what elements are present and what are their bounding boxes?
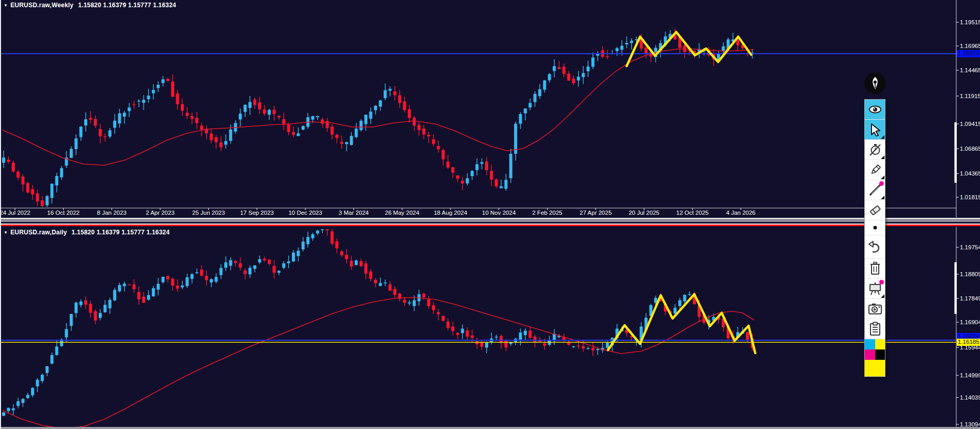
- time-axis-label: 20 Jul 2025: [629, 210, 659, 216]
- timer-tool-button[interactable]: [865, 140, 885, 160]
- price-axis-label: 1.09415: [960, 121, 980, 127]
- time-axis-label: 25 Jun 2023: [192, 210, 225, 216]
- time-axis-label: 10 Dec 2023: [288, 210, 322, 216]
- palette-magenta[interactable]: [865, 349, 875, 360]
- symbol-timeframe-label: EURUSD.raw,Daily: [10, 229, 67, 236]
- palette-cyan[interactable]: [865, 339, 875, 349]
- candles-group: [2, 229, 754, 416]
- price-axis-label: 1.16965: [960, 43, 980, 49]
- zigzag-drawing[interactable]: [608, 294, 755, 353]
- price-axis-label: 1.19754: [960, 244, 980, 250]
- annotation-toolbar[interactable]: [864, 72, 888, 377]
- time-axis-label: 27 Apr 2025: [580, 210, 612, 216]
- current-color-swatch[interactable]: [865, 360, 885, 376]
- clear-all-button[interactable]: [865, 259, 885, 279]
- stopwatch-disabled-icon: [868, 143, 882, 156]
- time-axis-label: 12 Oct 2025: [676, 210, 709, 216]
- trading-terminal-window: ▼EURUSD.raw,Weekly1.15820 1.16379 1.1577…: [0, 0, 980, 429]
- weekly-chart-pane[interactable]: ▼EURUSD.raw,Weekly1.15820 1.16379 1.1577…: [1, 0, 980, 217]
- daily-chart-canvas[interactable]: [1, 227, 980, 429]
- price-axis-label: 1.11915: [960, 93, 980, 99]
- whiteboard-button[interactable]: [865, 279, 885, 299]
- price-axis-label: 1.14999: [960, 372, 980, 378]
- collapse-triangle-icon[interactable]: ▼: [4, 3, 8, 8]
- time-axis-label: 26 May 2024: [385, 210, 419, 216]
- axis-scale-grip[interactable]: [955, 122, 957, 183]
- time-axis-label: 18 Aug 2024: [434, 210, 468, 216]
- screenshot-button[interactable]: [865, 299, 885, 319]
- symbol-timeframe-label: EURUSD.raw,Weekly: [10, 2, 73, 9]
- tool-option-dot: [879, 280, 884, 284]
- price-axis-label: 1.06865: [960, 146, 980, 152]
- axis-scale-grip[interactable]: [955, 262, 957, 314]
- pane-splitter[interactable]: [1, 217, 980, 227]
- eraser-tool-button[interactable]: [865, 200, 885, 220]
- candles-group: [2, 29, 754, 207]
- daily-chart-title: ▼EURUSD.raw,Daily1.15820 1.16379 1.15777…: [4, 229, 169, 236]
- cursor-tool-button[interactable]: [865, 120, 885, 140]
- tool-option-dot: [879, 181, 884, 186]
- price-axis-label: 1.18809: [960, 271, 980, 277]
- undo-arrow-icon: [868, 240, 882, 254]
- daily-chart-pane[interactable]: ▼EURUSD.raw,Daily1.15820 1.16379 1.15777…: [1, 227, 980, 429]
- time-axis-label: 10 Nov 2024: [482, 210, 516, 216]
- price-axis-label: 1.04365: [960, 170, 980, 177]
- price-axis-label: 1.01815: [960, 194, 980, 200]
- eraser-icon: [868, 203, 882, 217]
- time-axis-label: 8 Jan 2023: [97, 210, 127, 216]
- pen-nib-icon: [868, 76, 882, 90]
- time-axis-label: 24 Jul 2022: [1, 210, 30, 216]
- trash-icon: [868, 261, 882, 276]
- time-axis-label: 16 Oct 2022: [47, 210, 80, 216]
- cursor-icon: [868, 123, 882, 136]
- color-palette: [865, 339, 885, 360]
- hide-annotations-button[interactable]: [865, 100, 885, 120]
- hline-price-badge: 1.16185: [957, 339, 980, 346]
- price-axis-label: 1.13094: [960, 421, 980, 427]
- time-axis-label: 2 Feb 2025: [532, 210, 562, 216]
- time-axis-label: 3 Mar 2024: [339, 210, 369, 216]
- weekly-chart-title: ▼EURUSD.raw,Weekly1.15820 1.16379 1.1577…: [4, 2, 176, 9]
- camera-icon: [868, 303, 882, 315]
- moving-average-line[interactable]: [3, 49, 754, 165]
- time-axis-label: 17 Sep 2023: [240, 210, 274, 216]
- size-dot-icon: [872, 224, 879, 231]
- price-axis-label: 1.14465: [960, 67, 980, 73]
- clipboard-icon: [869, 322, 881, 336]
- eye-icon: [868, 103, 882, 116]
- pencil-tool-button[interactable]: [865, 160, 885, 180]
- stroke-size-button[interactable]: [865, 220, 885, 235]
- moving-average-line[interactable]: [3, 297, 754, 428]
- window-bottom-edge: [1, 427, 980, 429]
- tool-panel: [864, 99, 885, 377]
- line-tool-button[interactable]: [865, 180, 885, 200]
- palette-black[interactable]: [875, 349, 885, 360]
- pencil-icon: [868, 163, 882, 177]
- price-axis-label: 1.14039: [960, 394, 980, 401]
- price-axis-label: 1.17849: [960, 295, 980, 301]
- palette-yellow[interactable]: [875, 339, 885, 349]
- pen-orb-button[interactable]: [864, 72, 886, 94]
- bid-price-badge: 1.16224: [957, 50, 980, 57]
- price-axis-label: 1.19515: [960, 19, 980, 25]
- time-axis-label: 2 Apr 2023: [146, 210, 175, 216]
- ohlc-readout: 1.15820 1.16379 1.15777 1.16324: [78, 2, 176, 9]
- undo-button[interactable]: [865, 235, 885, 259]
- collapse-triangle-icon[interactable]: ▼: [4, 230, 8, 235]
- time-axis-label: 4 Jan 2026: [726, 210, 756, 216]
- clipboard-button[interactable]: [865, 319, 885, 339]
- price-axis-label: 1.16904: [960, 319, 980, 325]
- weekly-chart-canvas[interactable]: [1, 0, 980, 217]
- ohlc-readout: 1.15820 1.16379 1.15777 1.16324: [72, 229, 170, 236]
